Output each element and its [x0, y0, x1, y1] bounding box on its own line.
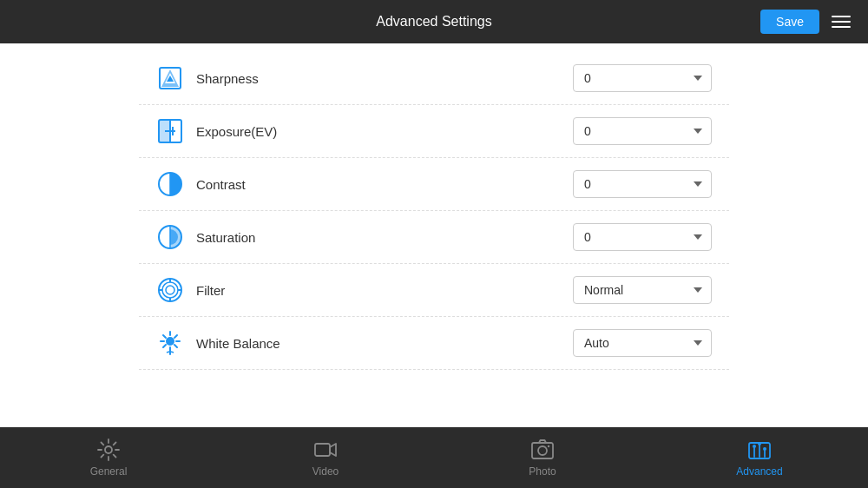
contrast-label: Contrast [196, 177, 561, 192]
white-balance-row: White Balance Auto Daylight Cloudy Fluor… [139, 317, 729, 370]
photo-icon [530, 438, 555, 462]
settings-container: Sharpness 0 -2 -1 1 2 Exposure(EV) [139, 43, 729, 379]
sharpness-row: Sharpness 0 -2 -1 1 2 [139, 52, 729, 105]
white-balance-label: White Balance [196, 336, 561, 351]
menu-line-1 [832, 16, 851, 17]
svg-line-27 [174, 335, 177, 338]
video-icon [313, 438, 338, 462]
svg-point-41 [763, 447, 766, 451]
svg-rect-31 [315, 444, 330, 456]
contrast-icon [156, 170, 184, 198]
svg-point-15 [166, 286, 174, 294]
app-header: Advanced Settings Save [0, 0, 868, 43]
sharpness-select[interactable]: 0 -2 -1 1 2 [573, 64, 712, 92]
exposure-row: Exposure(EV) 0 -2 -1 1 2 [139, 105, 729, 158]
nav-photo[interactable]: Photo [434, 427, 651, 488]
general-icon [96, 438, 121, 462]
white-balance-icon [156, 329, 184, 357]
contrast-select[interactable]: 0 -2 -1 1 2 [573, 170, 712, 198]
white-balance-select[interactable]: Auto Daylight Cloudy Fluorescent Incande… [573, 329, 712, 357]
saturation-select[interactable]: 0 -2 -1 1 2 [573, 223, 712, 251]
nav-photo-label: Photo [529, 465, 556, 478]
svg-point-30 [105, 446, 112, 453]
exposure-label: Exposure(EV) [196, 124, 561, 139]
sharpness-icon [156, 64, 184, 92]
saturation-label: Saturation [196, 230, 561, 245]
saturation-icon [156, 223, 184, 251]
nav-video[interactable]: Video [217, 427, 434, 488]
svg-point-39 [753, 445, 756, 448]
nav-general-label: General [90, 465, 128, 478]
header-title: Advanced Settings [376, 14, 491, 30]
svg-point-20 [166, 337, 174, 346]
svg-line-26 [174, 345, 177, 347]
advanced-icon [747, 438, 772, 462]
menu-line-3 [832, 26, 851, 28]
nav-general[interactable]: General [0, 427, 217, 488]
menu-button[interactable] [828, 12, 854, 31]
bottom-nav: General Video Photo Advanced [0, 427, 868, 488]
svg-point-14 [162, 282, 178, 298]
svg-point-40 [758, 442, 761, 445]
svg-line-25 [163, 335, 166, 338]
nav-video-label: Video [312, 465, 339, 478]
nav-advanced-label: Advanced [736, 465, 782, 478]
filter-select[interactable]: Normal Vivid Mono Sepia [573, 276, 712, 304]
filter-icon [156, 276, 184, 304]
saturation-row: Saturation 0 -2 -1 1 2 [139, 211, 729, 264]
contrast-row: Contrast 0 -2 -1 1 2 [139, 158, 729, 211]
save-button[interactable]: Save [760, 10, 819, 34]
svg-point-33 [538, 446, 547, 455]
filter-row: Filter Normal Vivid Mono Sepia [139, 264, 729, 317]
sharpness-label: Sharpness [196, 71, 561, 86]
exposure-icon [156, 117, 184, 145]
nav-advanced[interactable]: Advanced [651, 427, 868, 488]
exposure-select[interactable]: 0 -2 -1 1 2 [573, 117, 712, 145]
main-content: Sharpness 0 -2 -1 1 2 Exposure(EV) [0, 43, 868, 427]
filter-label: Filter [196, 283, 561, 298]
svg-line-28 [163, 345, 166, 347]
svg-point-34 [548, 445, 549, 447]
header-actions: Save [760, 10, 854, 34]
svg-rect-32 [532, 443, 553, 458]
menu-line-2 [832, 21, 851, 23]
